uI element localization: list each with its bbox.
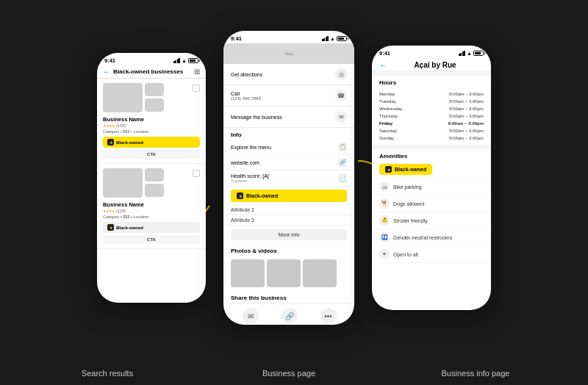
time-wednesday: 8:00am – 3:00pm: [449, 107, 484, 111]
save-icon-1[interactable]: [193, 84, 200, 92]
day-saturday: Saturday: [379, 129, 420, 133]
business-image-main-1: [103, 83, 143, 112]
health-score-sublabel: 3 updates: [231, 179, 338, 183]
business-images-2: [103, 168, 190, 198]
badge-label-1: Black-owned: [116, 140, 143, 145]
call-sublabel: (123) 456-7890: [231, 96, 331, 101]
get-directions-row[interactable]: Get directions ◎: [223, 64, 354, 85]
more-share-icon: •••: [320, 308, 337, 324]
time-3: 9:41: [379, 50, 390, 57]
share-section-header: Share this business: [223, 291, 354, 303]
signal-icon-2: [322, 36, 329, 42]
photo-2[interactable]: [267, 259, 301, 287]
stroller-friendly-label: Stroller friendly: [393, 218, 428, 223]
business-card-2: Business Name ★★★★ (123) Category • $$$ …: [97, 164, 206, 249]
more-share-btn[interactable]: ••• More: [320, 308, 337, 325]
black-owned-badge-1[interactable]: ★ Black-owned: [103, 137, 200, 148]
save-icon-2[interactable]: [193, 170, 200, 177]
biz-black-owned-badge[interactable]: ★ Black-owned: [231, 190, 347, 202]
scene: 9:41 ▲ ← Black-owned businesses ⊞: [0, 0, 588, 385]
call-icon: ☎: [335, 90, 347, 101]
bike-parking-icon: 🚲: [379, 181, 390, 192]
stars-2: ★★★★: [103, 209, 115, 213]
wifi-icon-1: ▲: [182, 58, 187, 63]
cta-button-1[interactable]: CTA: [103, 150, 200, 159]
caption-right: Business info page: [416, 369, 535, 378]
hours-header: Hours: [372, 76, 491, 87]
restrooms-icon: 🚻: [379, 232, 390, 242]
rating-count-1: (123): [116, 123, 126, 128]
amenity-black-owned-badge[interactable]: ★ Black-owned: [379, 164, 432, 175]
black-owned-badge-2[interactable]: ★ Black-owned: [103, 222, 200, 233]
time-2: 9:41: [231, 35, 242, 42]
get-directions-label: Get directions: [231, 72, 331, 77]
business-image-sm2: [145, 98, 164, 112]
signal-icon-3: [459, 51, 466, 57]
hours-tuesday: Tuesday 8:00am – 3:00pm: [372, 98, 491, 105]
website-icon: 🔗: [338, 158, 347, 167]
website-label: website.com: [231, 160, 338, 165]
business-image-sm4: [145, 184, 164, 197]
wifi-icon-2: ▲: [330, 36, 335, 41]
battery-icon-3: [473, 51, 484, 56]
message-share-btn[interactable]: ✉ Message: [241, 308, 259, 325]
bike-parking-label: Bike parking: [393, 184, 422, 190]
amenity-stroller: 👶 Stroller friendly: [372, 212, 491, 229]
status-icons-2: ▲: [322, 36, 347, 42]
grid-icon-1[interactable]: ⊞: [194, 68, 200, 76]
amenity-black-owned: ★ Black-owned: [372, 161, 491, 179]
caption-middle: Business page: [223, 369, 354, 378]
time-1: 9:41: [104, 57, 115, 64]
battery-icon-1: [188, 58, 198, 63]
time-thursday: 8:00am – 3:00pm: [449, 114, 484, 118]
business-image-sm1: [145, 83, 164, 96]
health-score-label: Health score: [A]: [231, 173, 338, 179]
status-bar-3: 9:41 ▲: [372, 46, 491, 58]
call-row[interactable]: Call (123) 456-7890 ☎: [223, 85, 354, 107]
battery-icon-2: [337, 36, 347, 41]
hours-wednesday: Wednesday 8:00am – 3:00pm: [372, 105, 491, 112]
status-icons-3: ▲: [459, 51, 484, 57]
rating-row-2: ★★★★ (123): [103, 209, 190, 213]
health-score-icon: 📄: [338, 174, 347, 183]
message-row[interactable]: Message the business ✉: [223, 107, 354, 128]
call-label: Call: [231, 91, 331, 96]
day-friday: Friday: [379, 121, 420, 126]
back-arrow-3[interactable]: ←: [379, 61, 387, 69]
status-bar-1: 9:41 ▲: [97, 53, 206, 65]
website-row[interactable]: website.com 🔗: [223, 155, 354, 170]
photo-1[interactable]: [231, 259, 265, 287]
amenities-header: Amenities: [372, 149, 491, 161]
health-score-row[interactable]: Health score: [A] 3 updates 📄: [223, 170, 354, 187]
badge-icon-1: ★: [107, 139, 114, 145]
nav-title-1: Black-owned businesses: [113, 68, 194, 75]
status-icons-1: ▲: [173, 58, 198, 64]
time-friday: 8:00am – 3:00pm: [448, 121, 484, 126]
info-section-header: Info: [223, 128, 354, 140]
day-wednesday: Wednesday: [379, 107, 420, 111]
business-images-1: [103, 83, 190, 112]
business-meta-1: Category • $$$ • Location: [103, 129, 190, 134]
back-arrow-1[interactable]: ←: [103, 68, 110, 76]
amenity-open-to-all: ✦ Open to all: [372, 246, 491, 263]
open-to-all-label: Open to all: [393, 252, 418, 257]
nav-bar-1: ← Black-owned businesses ⊞: [97, 65, 206, 79]
info-page-header: ← Açaí by Rue: [372, 58, 491, 71]
map-label: Map: [284, 51, 293, 56]
map-area: Map: [223, 43, 354, 64]
copy-link-btn[interactable]: 🔗 Copy link: [281, 308, 299, 325]
biz-badge-icon: ★: [237, 192, 243, 199]
business-card-1: Business Name ★★★★ (123) Category • $$$ …: [97, 79, 206, 164]
restrooms-label: Gender-neutral restrooms: [393, 235, 452, 240]
message-label: Message the business: [231, 115, 331, 120]
signal-icon-1: [173, 58, 181, 64]
wifi-icon-3: ▲: [467, 51, 472, 56]
hours-friday: Friday 8:00am – 3:00pm: [372, 120, 491, 127]
time-tuesday: 8:00am – 3:00pm: [449, 99, 484, 104]
cta-button-2[interactable]: CTA: [103, 235, 200, 244]
photo-3[interactable]: [303, 259, 337, 287]
dogs-allowed-icon: 🐕: [379, 198, 390, 209]
time-saturday: 8:00am – 3:00pm: [449, 129, 484, 133]
more-info-button[interactable]: More info: [231, 229, 347, 240]
explore-menu-row[interactable]: Explore the menu 📋: [223, 140, 354, 155]
